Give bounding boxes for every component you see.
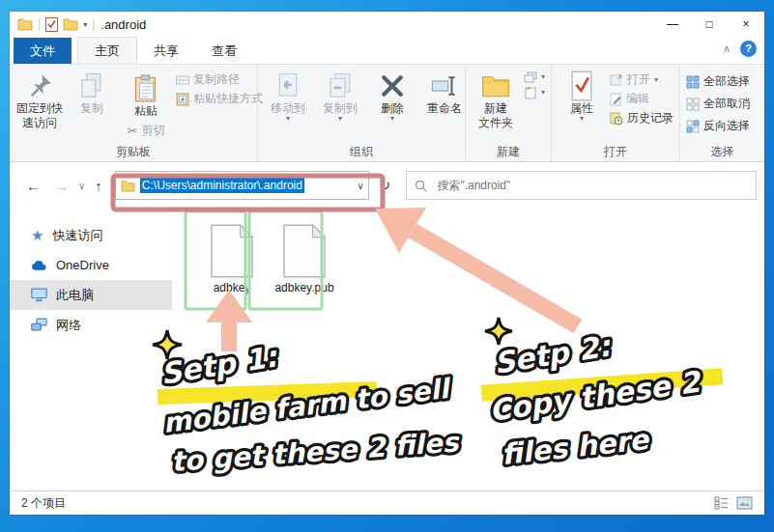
dropdown-icon: ▾	[654, 77, 658, 83]
sidebar-item-network[interactable]: 网络	[10, 310, 172, 340]
new-folder-qat-icon[interactable]	[63, 17, 78, 31]
open-button[interactable]: 打开 ▾	[610, 71, 674, 88]
delete-button[interactable]: 删除 ▾	[366, 68, 418, 125]
folder-icon[interactable]	[17, 17, 33, 31]
item-count: 2 个项目	[21, 495, 66, 512]
up-button[interactable]: ↑	[88, 178, 109, 194]
network-icon	[31, 318, 47, 332]
copy-button[interactable]: 复制	[66, 68, 118, 119]
dropdown-icon: ▾	[580, 116, 584, 122]
sidebar-item-this-pc[interactable]: 此电脑	[10, 280, 172, 310]
select-none-button[interactable]: 全部取消	[686, 96, 759, 112]
dropdown-icon: ▾	[541, 74, 545, 80]
copy-to-button[interactable]: 复制到 ▾	[314, 68, 366, 125]
tab-view[interactable]: 查看	[195, 38, 253, 64]
invert-selection-icon	[686, 120, 700, 133]
new-folder-button[interactable]: 新建 文件夹	[470, 68, 522, 133]
scissors-icon: ✂	[128, 124, 138, 138]
paste-button[interactable]: 粘贴	[123, 70, 169, 119]
pin-to-quick-access-button[interactable]: 固定到快 速访问	[14, 68, 66, 133]
delete-icon	[378, 70, 407, 101]
quick-access-star-icon: ★	[31, 228, 43, 242]
copy-path-icon	[176, 74, 189, 86]
group-clipboard: 固定到快 速访问 复制 粘贴 ✂ 剪切	[10, 65, 258, 161]
file-icon	[283, 224, 326, 278]
properties-button[interactable]: 属性 ▾	[556, 68, 608, 125]
qat-customize-icon[interactable]: ▾	[83, 20, 87, 29]
group-select: 全部选择 全部取消 反向选择 选择	[680, 65, 764, 161]
history-dropdown-icon[interactable]: ∨	[75, 181, 88, 191]
select-all-icon	[686, 75, 700, 89]
close-button[interactable]: ×	[728, 12, 764, 37]
help-button[interactable]: ?	[740, 41, 757, 57]
new-item-icon	[524, 86, 537, 99]
group-label-select: 选择	[680, 144, 764, 160]
address-path-text[interactable]: C:\Users\administrator\.android	[140, 178, 304, 193]
group-open: 属性 ▾ 打开 ▾ 编辑	[552, 65, 680, 161]
minimize-button[interactable]: —	[654, 12, 691, 37]
details-view-icon[interactable]	[714, 496, 729, 510]
select-none-icon	[686, 98, 700, 111]
refresh-button[interactable]: ↻	[369, 177, 401, 194]
back-button[interactable]: ←	[19, 178, 47, 194]
tabrow-right: ∧ ?	[723, 41, 757, 57]
status-bar: 2 个项目	[10, 490, 764, 515]
select-all-button[interactable]: 全部选择	[686, 73, 759, 90]
onedrive-cloud-icon	[31, 260, 47, 271]
collapse-ribbon-icon[interactable]: ∧	[723, 42, 731, 55]
pin-icon	[25, 70, 54, 101]
group-label-clipboard: 剪贴板	[10, 144, 257, 160]
separator: |	[92, 17, 95, 31]
invert-selection-button[interactable]: 反向选择	[686, 118, 759, 134]
this-pc-monitor-icon	[31, 288, 47, 302]
properties-qat-icon[interactable]	[45, 17, 58, 32]
paste-shortcut-icon	[176, 93, 189, 106]
group-organize: 移动到 ▾ 复制到 ▾ 删除 ▾ 重命名	[258, 65, 466, 161]
forward-button[interactable]: →	[47, 178, 75, 194]
file-adbkey-pub[interactable]: adbkey.pub	[271, 218, 338, 296]
paste-area: 粘贴 ✂ 剪切	[118, 68, 174, 142]
clipboard-small-buttons: 复制路径 粘贴快捷方式	[174, 68, 265, 111]
maximize-button[interactable]: □	[691, 12, 728, 37]
main-area: ★ 快速访问 OneDrive 此电脑 网络	[10, 209, 764, 490]
large-icons-view-icon[interactable]	[736, 496, 753, 510]
dropdown-icon: ▾	[338, 116, 342, 122]
easy-access-icon	[524, 71, 537, 83]
cut-button[interactable]: ✂ 剪切	[128, 123, 165, 139]
quick-access-toolbar: | ▾ |	[17, 17, 95, 32]
separator: |	[38, 17, 41, 31]
search-box[interactable]	[406, 171, 757, 200]
address-folder-icon	[121, 180, 135, 192]
tab-home[interactable]: 主页	[77, 37, 137, 64]
tab-share[interactable]: 共享	[137, 38, 195, 64]
copy-path-button[interactable]: 复制路径	[176, 71, 263, 88]
dropdown-icon: ▾	[286, 116, 290, 122]
sidebar-item-onedrive[interactable]: OneDrive	[10, 250, 172, 280]
titlebar: | ▾ | .android — □ ×	[10, 12, 764, 37]
address-bar[interactable]: C:\Users\administrator\.android ∨	[115, 171, 369, 200]
sidebar-item-quick-access[interactable]: ★ 快速访问	[10, 220, 172, 250]
move-to-button[interactable]: 移动到 ▾	[262, 68, 314, 125]
new-small-buttons: ▾ ▾	[522, 68, 547, 103]
easy-access-button[interactable]: ▾	[524, 71, 545, 83]
file-list: adbkey adbkey.pub	[172, 209, 764, 490]
search-input[interactable]	[435, 178, 748, 193]
copy-icon	[77, 70, 106, 101]
tab-file[interactable]: 文件	[14, 38, 72, 64]
paste-shortcut-button[interactable]: 粘贴快捷方式	[176, 91, 263, 107]
address-dropdown-icon[interactable]: ∨	[358, 181, 364, 191]
navigation-pane: ★ 快速访问 OneDrive 此电脑 网络	[10, 209, 172, 490]
file-adbkey[interactable]: adbkey	[201, 218, 263, 296]
new-item-button[interactable]: ▾	[524, 86, 545, 99]
search-icon	[415, 180, 427, 192]
edit-button[interactable]: 编辑	[610, 91, 674, 107]
edit-icon	[610, 93, 622, 106]
group-label-new: 新建	[466, 144, 551, 160]
history-button[interactable]: 历史记录	[610, 110, 674, 126]
rename-button[interactable]: 重命名	[418, 68, 471, 119]
paste-icon	[132, 73, 159, 104]
properties-icon	[569, 70, 594, 101]
view-toggles	[714, 496, 753, 510]
file-name: adbkey.pub	[274, 281, 333, 296]
history-icon	[610, 112, 623, 126]
